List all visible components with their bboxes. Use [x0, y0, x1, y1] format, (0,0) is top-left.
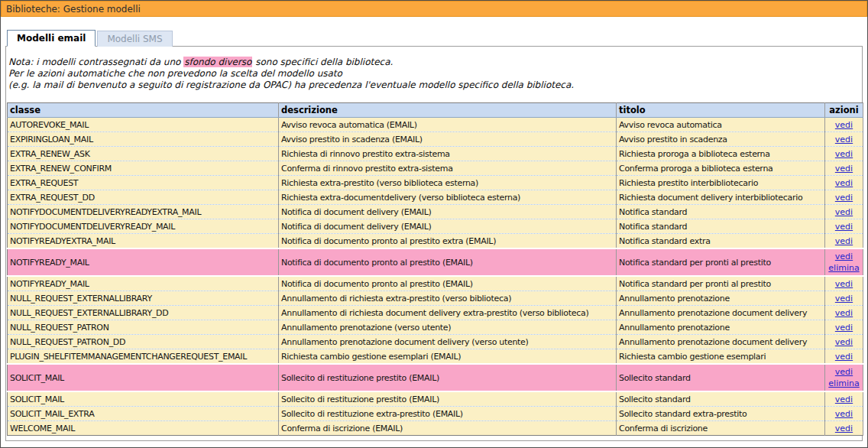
table-row: EXTRA_REQUEST Richiesta extra-prestito (… [8, 176, 863, 190]
tab-modelli-email[interactable]: Modelli email [7, 30, 96, 47]
cell-azioni: vedielimina [825, 364, 863, 391]
cell-titolo: Richiesta prestito interbibliotecario [617, 176, 825, 190]
cell-descrizione: Notifica di documento pronto al prestito… [279, 248, 617, 276]
cell-azioni: vedi [825, 276, 863, 291]
cell-titolo: Sollecito standard [617, 391, 825, 407]
vedi-link[interactable]: vedi [835, 394, 853, 404]
cell-classe: NOTIFYREADY_MAIL [8, 276, 279, 291]
table-row: NULL_REQUEST_PATRON_DD Annullamento pren… [8, 335, 863, 349]
vedi-link[interactable]: vedi [828, 366, 860, 378]
cell-classe: EXTRA_RENEW_CONFIRM [8, 161, 279, 176]
cell-azioni: vedi [825, 118, 863, 132]
elimina-link[interactable]: elimina [828, 378, 860, 389]
cell-azioni: vedi [825, 219, 863, 234]
vedi-link[interactable]: vedi [835, 164, 853, 174]
vedi-link[interactable]: vedi [835, 409, 853, 419]
cell-classe: NOTIFYREADY_MAIL [8, 248, 279, 276]
cell-titolo: Notifica standard extra [617, 234, 825, 249]
vedi-link[interactable]: vedi [835, 135, 853, 144]
table-row: NOTIFYDOCUMENTDELIVERYREADYEXTRA_MAIL No… [8, 205, 863, 219]
cell-titolo: Notifica standard [617, 205, 825, 219]
cell-classe: NULL_REQUEST_PATRON_DD [8, 335, 279, 349]
cell-descrizione: Richiesta extra-documentdelivery (verso … [279, 190, 617, 205]
cell-titolo: Annullamento prenotazione document deliv… [617, 335, 825, 349]
cell-azioni: vedi [825, 306, 863, 320]
app-window: Biblioteche: Gestione modelli Modelli em… [0, 0, 868, 448]
cell-classe: NOTIFYDOCUMENTDELIVERYREADYEXTRA_MAIL [8, 205, 279, 219]
cell-descrizione: Notifica di documento pronto al prestito… [279, 234, 617, 249]
note-highlight: sfondo diverso [183, 57, 252, 67]
table-row: EXPIRINGLOAN_MAIL Avviso prestito in sca… [8, 132, 863, 147]
cell-classe: SOLICIT_MAIL [8, 391, 279, 407]
cell-descrizione: Sollecito di restituzione prestito (EMAI… [279, 364, 617, 391]
vedi-link[interactable]: vedi [835, 323, 853, 333]
vedi-link[interactable]: vedi [828, 251, 860, 262]
cell-descrizione: Notifica di document delivery (EMAIL) [279, 205, 617, 219]
tab-modelli-sms[interactable]: Modelli SMS [97, 31, 172, 47]
column-header-azioni: azioni [825, 103, 863, 118]
elimina-link[interactable]: elimina [828, 262, 860, 274]
table-row: NOTIFYREADYEXTRA_MAIL Notifica di docume… [8, 234, 863, 249]
cell-descrizione: Richiesta extra-prestito (verso bibliote… [279, 176, 617, 190]
cell-descrizione: Annullamento di richiesta extra-prestito… [279, 291, 617, 306]
vedi-link[interactable]: vedi [835, 193, 853, 203]
cell-descrizione: Annullamento di richiesta document deliv… [279, 306, 617, 320]
note-line3: (e.g. la mail di benvenuto a seguito di … [8, 80, 574, 90]
vedi-link[interactable]: vedi [835, 120, 853, 130]
table-row: WELCOME_MAIL Conferma di iscrizione (EMA… [8, 421, 863, 436]
vedi-link[interactable]: vedi [835, 207, 853, 217]
cell-titolo: Conferma di iscrizione [617, 421, 825, 436]
table-row: EXTRA_RENEW_ASK Richiesta di rinnovo pre… [8, 147, 863, 161]
cell-descrizione: Richiesta di rinnovo prestito extra-sist… [279, 147, 617, 161]
cell-azioni: vedi [825, 161, 863, 176]
cell-titolo: Annullamento prenotazione document deliv… [617, 306, 825, 320]
table-row: EXTRA_REQUEST_DD Richiesta extra-documen… [8, 190, 863, 205]
vedi-link[interactable]: vedi [835, 352, 853, 362]
cell-azioni: vedi [825, 291, 863, 306]
cell-titolo: Conferma proroga a biblioteca esterna [617, 161, 825, 176]
cell-descrizione: Notifica di document delivery (EMAIL) [279, 219, 617, 234]
cell-titolo: Notifica standard [617, 219, 825, 234]
cell-classe: NOTIFYREADYEXTRA_MAIL [8, 234, 279, 249]
cell-titolo: Richiesta proroga a biblioteca esterna [617, 147, 825, 161]
cell-classe: EXTRA_REQUEST_DD [8, 190, 279, 205]
cell-descrizione: Conferma di rinnovo prestito extra-siste… [279, 161, 617, 176]
cell-descrizione: Richiesta cambio gestione esemplari (EMA… [279, 349, 617, 365]
cell-descrizione: Annullamento prenotazione (verso utente) [279, 320, 617, 335]
cell-azioni: vedi [825, 176, 863, 190]
cell-azioni: vedi [825, 349, 863, 365]
tab-content-panel: Nota: i modelli contrassegnati da uno sf… [5, 46, 863, 441]
cell-classe: SOLICIT_MAIL [8, 364, 279, 391]
cell-classe: SOLICIT_MAIL_EXTRA [8, 407, 279, 421]
vedi-link[interactable]: vedi [835, 424, 853, 433]
cell-classe: NULL_REQUEST_PATRON [8, 320, 279, 335]
cell-classe: WELCOME_MAIL [8, 421, 279, 436]
cell-titolo: Richiesta document delivery interbibliot… [617, 190, 825, 205]
cell-descrizione: Avviso revoca automatica (EMAIL) [279, 118, 617, 132]
table-row: SOLICIT_MAIL_EXTRA Sollecito di restituz… [8, 407, 863, 421]
cell-descrizione: Conferma di iscrizione (EMAIL) [279, 421, 617, 436]
cell-descrizione: Sollecito di restituzione prestito (EMAI… [279, 391, 617, 407]
vedi-link[interactable]: vedi [835, 279, 853, 289]
cell-descrizione: Notifica di documento pronto al prestito… [279, 276, 617, 291]
vedi-link[interactable]: vedi [835, 149, 853, 159]
cell-titolo: Avviso revoca automatica [617, 118, 825, 132]
vedi-link[interactable]: vedi [835, 308, 853, 318]
table-row: SOLICIT_MAIL Sollecito di restituzione p… [8, 364, 863, 391]
note-line2: Per le azioni automatiche che non preved… [8, 68, 342, 79]
vedi-link[interactable]: vedi [835, 236, 853, 246]
cell-classe: NULL_REQUEST_EXTERNALLIBRARY_DD [8, 306, 279, 320]
cell-classe: EXPIRINGLOAN_MAIL [8, 132, 279, 147]
vedi-link[interactable]: vedi [835, 178, 853, 188]
vedi-link[interactable]: vedi [835, 337, 853, 347]
cell-azioni: vedi [825, 407, 863, 421]
cell-azioni: vedi [825, 205, 863, 219]
cell-azioni: vedielimina [825, 248, 863, 276]
cell-azioni: vedi [825, 147, 863, 161]
table-row: NULL_REQUEST_EXTERNALLIBRARY_DD Annullam… [8, 306, 863, 320]
vedi-link[interactable]: vedi [835, 294, 853, 304]
table-header-row: classe descrizione titolo azioni [8, 103, 863, 118]
cell-titolo: Notifica standard per pronti al prestito [617, 276, 825, 291]
vedi-link[interactable]: vedi [835, 222, 853, 232]
cell-classe: PLUGIN_SHELFITEMMANAGEMENTCHANGEREQUEST_… [8, 349, 279, 365]
